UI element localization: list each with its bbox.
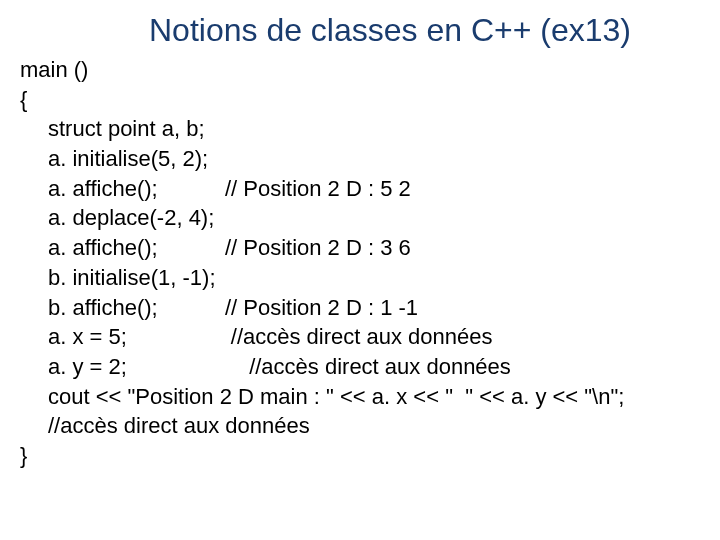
code-line: a. deplace(-2, 4);: [20, 203, 700, 233]
code-line: cout << "Position 2 D main : " << a. x <…: [20, 382, 700, 412]
code-line: a. affiche(); // Position 2 D : 3 6: [20, 233, 700, 263]
code-line: {: [20, 85, 700, 115]
code-line: a. initialise(5, 2);: [20, 144, 700, 174]
code-line: }: [20, 441, 700, 471]
code-line: a. y = 2; //accès direct aux données: [20, 352, 700, 382]
code-line: main (): [20, 55, 700, 85]
code-line: a. x = 5; //accès direct aux données: [20, 322, 700, 352]
code-line: //accès direct aux données: [20, 411, 700, 441]
slide-container: Notions de classes en C++ (ex13) main ()…: [0, 0, 720, 540]
slide-title: Notions de classes en C++ (ex13): [80, 12, 700, 49]
code-block: main () { struct point a, b; a. initiali…: [20, 55, 700, 471]
code-line: a. affiche(); // Position 2 D : 5 2: [20, 174, 700, 204]
code-line: struct point a, b;: [20, 114, 700, 144]
code-line: b. initialise(1, -1);: [20, 263, 700, 293]
code-line: b. affiche(); // Position 2 D : 1 -1: [20, 293, 700, 323]
